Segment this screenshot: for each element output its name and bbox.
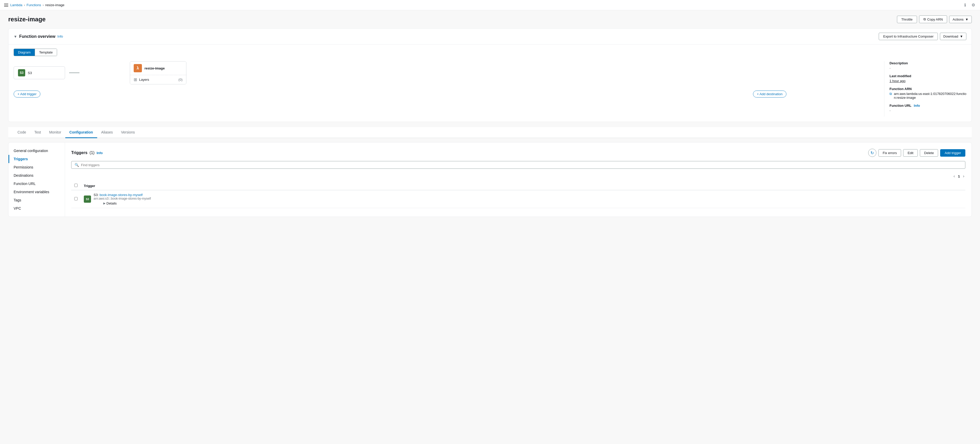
copy-arn-button[interactable]: ⧉ Copy ARN: [919, 16, 947, 23]
layers-row: ⊞ Layers (0): [130, 75, 186, 84]
next-page-button[interactable]: ›: [962, 173, 965, 180]
details-arrow-icon: ▶: [103, 202, 105, 205]
function-arn-row: ⧉ arn:aws:lambda:us-east-1:017820706022:…: [889, 92, 966, 99]
info-icon[interactable]: ℹ: [963, 3, 968, 8]
trigger-icon-cell: S3 S3: book-image-stores-by-myself arn:a…: [84, 193, 962, 205]
sidebar-item-env-vars[interactable]: Environment variables: [8, 188, 65, 196]
add-trigger-button[interactable]: + Add trigger: [14, 91, 40, 97]
sidebar-item-tags[interactable]: Tags: [8, 196, 65, 204]
trigger-name-link[interactable]: book-image-stores-by-myself: [100, 193, 143, 197]
table-row: S3 S3: book-image-stores-by-myself arn:a…: [71, 190, 965, 208]
sidebar-item-vpc[interactable]: VPC: [8, 204, 65, 212]
breadcrumb-current: resize-image: [45, 3, 64, 7]
header-actions: Throttle ⧉ Copy ARN Actions ▼: [897, 16, 972, 23]
layers-icon: ⊞: [134, 77, 137, 82]
breadcrumb-sep-2: ›: [43, 3, 44, 7]
diagram-template-toggle: Diagram Template: [14, 49, 57, 56]
triggers-count: (1): [89, 150, 95, 155]
select-all-checkbox[interactable]: [74, 184, 78, 187]
tab-monitor[interactable]: Monitor: [45, 127, 65, 138]
last-modified-value: 1 hour ago: [889, 79, 966, 83]
panel-title-row: ▼ Function overview Info: [14, 34, 63, 39]
refresh-button[interactable]: ↻: [868, 149, 877, 157]
search-icon: 🔍: [75, 163, 79, 167]
fix-errors-button[interactable]: Fix errors: [878, 149, 901, 157]
page-title: resize-image: [8, 16, 46, 23]
layers-count: (0): [178, 78, 183, 81]
sidebar-item-function-url[interactable]: Function URL: [8, 180, 65, 188]
trigger-info: S3: book-image-stores-by-myself arn:aws:…: [94, 193, 151, 205]
tab-configuration[interactable]: Configuration: [65, 127, 97, 138]
dropdown-arrow-icon: ▼: [965, 18, 969, 21]
nav-right: ℹ ⚙: [963, 3, 976, 8]
function-card: λ resize-image ⊞ Layers (0): [130, 61, 186, 85]
description-label: Description: [889, 61, 966, 65]
diagram-left: S3 S3 λ resize-image ⊞: [14, 61, 879, 117]
function-arn-label: Function ARN: [889, 87, 966, 91]
s3-trigger-label: S3: [28, 71, 32, 75]
throttle-button[interactable]: Throttle: [897, 16, 917, 23]
panel-header: ▼ Function overview Info Export to Infra…: [8, 29, 972, 45]
diagram-area: S3 S3 λ resize-image ⊞: [8, 56, 972, 122]
sidebar-item-general-configuration[interactable]: General configuration: [8, 147, 65, 155]
s3-icon: S3: [18, 69, 25, 77]
tab-code[interactable]: Code: [13, 127, 30, 138]
collapse-icon[interactable]: ▼: [14, 35, 17, 38]
diagram-toggle-btn[interactable]: Diagram: [14, 49, 35, 56]
function-info-panel: Description - Last modified 1 hour ago F…: [884, 61, 966, 117]
function-overview-panel: ▼ Function overview Info Export to Infra…: [8, 28, 972, 122]
breadcrumb: Lambda › Functions › resize-image: [10, 3, 64, 7]
search-input[interactable]: [81, 163, 962, 167]
template-toggle-btn[interactable]: Template: [35, 49, 57, 56]
description-value: -: [889, 66, 966, 70]
copy-icon: ⧉: [923, 17, 926, 21]
function-url-info-link[interactable]: Info: [914, 104, 920, 107]
hamburger-icon[interactable]: [4, 3, 8, 7]
tab-versions[interactable]: Versions: [117, 127, 139, 138]
function-url-label: Function URL Info: [889, 104, 966, 107]
export-button[interactable]: Export to Infrastructure Composer: [879, 33, 938, 40]
download-button[interactable]: Download ▼: [940, 33, 966, 40]
function-arn-value: arn:aws:lambda:us-east-1:017820706022:fu…: [894, 92, 966, 99]
main-content: resize-image Throttle ⧉ Copy ARN Actions…: [0, 10, 980, 444]
top-nav: Lambda › Functions › resize-image ℹ ⚙: [0, 0, 980, 10]
trigger-arn: arn:aws:s3:::book-image-stores-by-myself: [94, 197, 151, 200]
trigger-type-label: S3:: [94, 193, 100, 197]
breadcrumb-sep-1: ›: [24, 3, 25, 7]
overview-info-link[interactable]: Info: [57, 35, 63, 38]
add-destination-button[interactable]: + Add destination: [753, 91, 786, 97]
arn-copy-icon[interactable]: ⧉: [889, 92, 892, 96]
breadcrumb-functions[interactable]: Functions: [27, 3, 41, 7]
tab-aliases[interactable]: Aliases: [97, 127, 117, 138]
function-card-header: λ resize-image: [130, 61, 186, 75]
s3-trigger-box: S3 S3: [14, 66, 65, 79]
actions-button[interactable]: Actions ▼: [949, 16, 972, 23]
s3-trigger-icon: S3: [84, 195, 91, 203]
pagination: ‹ 1 ›: [953, 173, 965, 180]
delete-button[interactable]: Delete: [920, 149, 939, 157]
prev-page-button[interactable]: ‹: [953, 173, 956, 180]
sidebar-item-destinations[interactable]: Destinations: [8, 171, 65, 180]
last-modified-label: Last modified: [889, 74, 966, 78]
select-all-header: [71, 182, 81, 190]
table-header-row: ‹ 1 ›: [71, 173, 965, 180]
config-sidebar: General configuration Triggers Permissio…: [8, 142, 65, 217]
tab-test[interactable]: Test: [30, 127, 45, 138]
triggers-info-link[interactable]: Info: [97, 151, 103, 155]
details-toggle[interactable]: ▶ Details: [94, 201, 151, 205]
row-checkbox[interactable]: [74, 197, 78, 200]
edit-button[interactable]: Edit: [903, 149, 918, 157]
config-main: Triggers (1) Info ↻ Fix errors Edit Dele…: [65, 142, 972, 217]
settings-icon[interactable]: ⚙: [971, 3, 976, 8]
sidebar-item-triggers[interactable]: Triggers: [8, 155, 65, 163]
search-bar: 🔍: [71, 161, 965, 169]
page-header: resize-image Throttle ⧉ Copy ARN Actions…: [8, 16, 972, 23]
breadcrumb-lambda[interactable]: Lambda: [10, 3, 22, 7]
trigger-column-header: Trigger: [81, 182, 965, 190]
sidebar-item-permissions[interactable]: Permissions: [8, 163, 65, 171]
config-layout: General configuration Triggers Permissio…: [8, 142, 972, 217]
triggers-actions: ↻ Fix errors Edit Delete Add trigger: [868, 149, 965, 157]
triggers-header: Triggers (1) Info ↻ Fix errors Edit Dele…: [71, 149, 965, 157]
action-row: + Add trigger + Add destination: [14, 91, 879, 97]
add-trigger-config-button[interactable]: Add trigger: [940, 149, 965, 157]
